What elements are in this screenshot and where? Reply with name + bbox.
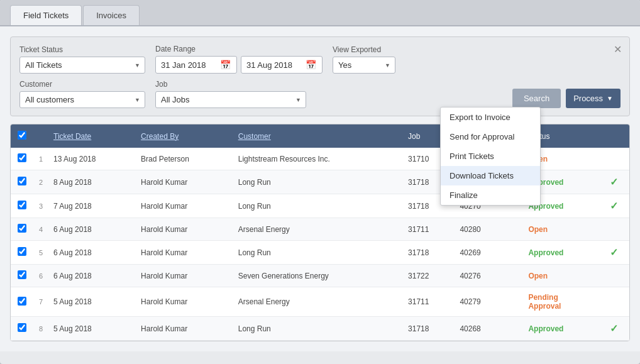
row-col7: [507, 218, 524, 241]
row-checkbox-cell: [11, 265, 33, 287]
row-checkbox[interactable]: [18, 323, 26, 332]
dropdown-item-send-approval[interactable]: Send for Approval: [441, 127, 540, 146]
row-checkbox-cell: [11, 148, 33, 170]
view-exported-select-wrapper: Yes No: [333, 57, 395, 74]
row-number: 4: [33, 218, 48, 241]
row-col7: [507, 317, 524, 341]
row-ticket-date: 5 Aug 2018: [48, 317, 136, 341]
search-button[interactable]: Search: [512, 89, 561, 108]
table-row: 75 Aug 2018Harold KumarArsenal Energy317…: [11, 287, 629, 317]
row-checkbox-cell: [11, 218, 33, 241]
job-select[interactable]: All Jobs: [155, 91, 306, 108]
status-badge: PendingApproval: [528, 293, 561, 311]
date-to-input[interactable]: [246, 60, 303, 70]
date-from-wrapper: 📅: [155, 56, 237, 74]
job-group: Job All Jobs: [155, 80, 306, 108]
close-icon[interactable]: ✕: [614, 43, 622, 55]
row-checkbox[interactable]: [18, 297, 26, 306]
row-col7: [507, 287, 524, 317]
row-col6: 40276: [455, 265, 506, 287]
tab-invoices[interactable]: Invoices: [83, 5, 140, 25]
row-created-by: Brad Peterson: [136, 148, 233, 170]
job-select-wrapper: All Jobs: [155, 91, 306, 108]
row-checkbox[interactable]: [18, 270, 26, 279]
row-ticket-date: 5 Aug 2018: [48, 287, 136, 317]
header-customer[interactable]: Customer: [233, 124, 403, 148]
row-number: 3: [33, 194, 48, 218]
view-exported-label: View Exported: [333, 45, 395, 54]
row-number: 2: [33, 170, 48, 194]
row-status: Approved: [523, 317, 599, 341]
dropdown-item-download-tickets[interactable]: Download Tickets: [441, 166, 540, 185]
row-ticket-date: 13 Aug 2018: [48, 148, 136, 170]
tab-field-tickets[interactable]: Field Tickets: [10, 5, 82, 25]
date-range-label: Date Range: [155, 45, 323, 53]
row-checkbox[interactable]: [18, 247, 26, 256]
approved-checkmark-icon: ✓: [610, 201, 618, 211]
tabs-bar: Field Tickets Invoices: [0, 0, 640, 26]
process-button[interactable]: Process ▼: [566, 89, 621, 108]
row-job: 31718: [403, 317, 455, 341]
row-created-by: Harold Kumar: [136, 170, 233, 194]
date-from-input[interactable]: [161, 60, 218, 70]
row-customer: Long Run: [233, 241, 403, 265]
date-range-inputs: 📅 📅: [155, 56, 323, 74]
row-check-mark: [599, 148, 629, 170]
header-num-col: [33, 124, 48, 148]
customer-sort-link[interactable]: Customer: [238, 132, 271, 141]
row-check-mark: ✓: [599, 241, 629, 265]
customer-group: Customer All customers: [19, 80, 145, 108]
row-customer: Arsenal Energy: [233, 218, 403, 241]
row-job: 31718: [403, 241, 455, 265]
ticket-status-group: Ticket Status All Tickets Open Approved …: [19, 45, 145, 74]
row-check-mark: [599, 265, 629, 287]
status-badge: Open: [528, 225, 548, 234]
customer-select-wrapper: All customers: [19, 91, 145, 108]
dropdown-item-export-invoice[interactable]: Export to Invoice: [441, 108, 540, 127]
row-created-by: Harold Kumar: [136, 241, 233, 265]
header-checkbox-col: [11, 124, 33, 148]
dropdown-item-finalize[interactable]: Finalize: [441, 185, 540, 205]
approved-checkmark-icon: ✓: [610, 247, 618, 258]
row-customer: Long Run: [233, 170, 403, 194]
row-customer: Seven Generations Energy: [233, 265, 403, 287]
job-label: Job: [155, 80, 306, 89]
customer-label: Customer: [19, 80, 145, 89]
table-row: 85 Aug 2018Harold KumarLong Run317184026…: [11, 317, 629, 341]
row-job: 31711: [403, 287, 455, 317]
row-col7: [507, 241, 524, 265]
header-ticket-date[interactable]: Ticket Date: [48, 124, 136, 148]
view-exported-group: View Exported Yes No: [333, 45, 395, 74]
row-col6: 40269: [455, 241, 506, 265]
row-ticket-date: 7 Aug 2018: [48, 194, 136, 218]
main-container: Field Tickets Invoices ✕ Ticket Status A…: [0, 0, 640, 364]
filter-actions: Search Process ▼: [512, 89, 621, 108]
calendar-to-icon[interactable]: 📅: [306, 60, 316, 70]
row-ticket-date: 6 Aug 2018: [48, 218, 136, 241]
row-created-by: Harold Kumar: [136, 317, 233, 341]
row-checkbox[interactable]: [18, 201, 26, 209]
header-created-by[interactable]: Created By: [136, 124, 233, 148]
status-badge: Open: [528, 272, 548, 280]
filter-section: ✕ Ticket Status All Tickets Open Approve…: [10, 36, 630, 116]
row-col6: 40280: [455, 218, 506, 241]
date-range-group: Date Range 📅 📅: [155, 45, 323, 74]
customer-select[interactable]: All customers: [19, 91, 145, 108]
select-all-checkbox[interactable]: [18, 131, 26, 140]
created-by-sort-link[interactable]: Created By: [141, 132, 179, 141]
ticket-date-sort-link[interactable]: Ticket Date: [53, 132, 91, 141]
header-check2: [599, 124, 629, 148]
row-checkbox[interactable]: [18, 177, 26, 185]
row-check-mark: ✓: [599, 317, 629, 341]
row-col7: [507, 265, 524, 287]
row-customer: Arsenal Energy: [233, 287, 403, 317]
row-checkbox[interactable]: [18, 224, 26, 233]
table-row: 66 Aug 2018Harold KumarSeven Generations…: [11, 265, 629, 287]
row-ticket-date: 6 Aug 2018: [48, 265, 136, 287]
ticket-status-select[interactable]: All Tickets Open Approved Pending Approv…: [19, 57, 145, 74]
calendar-from-icon[interactable]: 📅: [220, 60, 231, 70]
row-checkbox[interactable]: [18, 153, 26, 162]
row-status: PendingApproval: [523, 287, 599, 317]
view-exported-select[interactable]: Yes No: [333, 57, 395, 74]
dropdown-item-print-tickets[interactable]: Print Tickets: [441, 146, 540, 166]
